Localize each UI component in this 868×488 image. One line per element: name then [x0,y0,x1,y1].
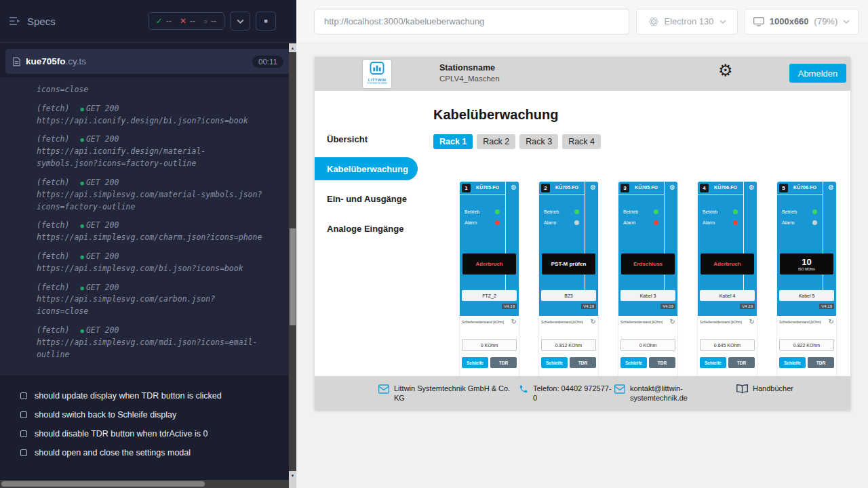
fetch-log-entry[interactable]: (fetch)●GET 200 https://api.simplesvg.co… [37,282,262,318]
schleife-button[interactable]: Schleife [462,357,488,368]
chevron-down-icon [719,20,726,24]
fetch-log-entry[interactable]: (fetch)●GET 200 https://api.simplesvg.co… [37,325,262,361]
rack-tab[interactable]: Rack 2 [477,134,515,149]
firmware-version: V4.19 [581,304,596,309]
sidebar-nav-item[interactable]: Ein- und Ausgänge [315,187,420,210]
refresh-icon[interactable]: ↻ [591,319,596,325]
device-settings-gear-icon[interactable]: ⚙ [749,183,755,192]
zoom-level-label: (79%) [814,16,838,26]
rack-tab[interactable]: Rack 1 [433,134,473,149]
measurement-panel: Schleifenwiderstand [kOhm] ↻ 0.645 KOhm … [698,316,757,376]
schleife-button[interactable]: Schleife [700,357,726,368]
cable-name-field[interactable]: Kabel 3 [620,290,675,301]
request-url: https://api.iconify.design/bi.json?icons… [37,115,262,127]
fetch-log-entry[interactable]: (fetch)●GET 200 https://api.simplesvg.co… [37,177,262,213]
cable-name-field[interactable]: Kabel 5 [779,290,834,301]
cypress-reporter-panel: Specs ✓-- ✕-- ○-- ■ kue705fo.cy.ts 00:11… [0,0,296,488]
tdr-button[interactable]: TDR [649,357,675,368]
fetch-log-entry[interactable]: (fetch)●GET 200 https://api.iconify.desi… [37,134,262,169]
device-model-label: KÜ705-FO [471,185,505,190]
device-settings-gear-icon[interactable]: ⚙ [590,183,596,192]
scrollbar-thumb[interactable] [290,228,296,325]
test-state-icon [20,411,27,418]
request-url: https://api.simplesvg.com/mdi.json?icons… [37,337,262,361]
test-title: should disable TDR button when tdrActive… [35,429,208,439]
fetch-log-entry[interactable]: (fetch)●GET 200 https://api.iconify.desi… [37,103,262,127]
measure-value: 0 KOhm [620,339,675,351]
refresh-icon[interactable]: ↻ [749,319,755,325]
test-row[interactable]: should disable TDR button when tdrActive… [20,424,285,443]
device-cards-row: 1 KÜ705-FO ⚙ Betrieb Alarm [460,182,850,376]
cable-name-field[interactable]: B23 [541,290,596,301]
alarm-label: Alarm [703,220,715,225]
betrieb-label: Betrieb [623,209,638,214]
tdr-button[interactable]: TDR [728,357,755,368]
sidebar-nav-item[interactable]: Kabelüberwachung [315,157,418,180]
device-card: 5 KÜ706-FO ⚙ Betrieb Alarm [777,182,836,376]
scrollbar-thumb[interactable] [1,481,205,487]
horizontal-scrollbar[interactable] [0,480,289,488]
cable-name-field[interactable]: FTZ_2 [462,290,517,301]
sidebar-nav-item[interactable]: Analoge Eingänge [315,217,420,240]
firmware-version: V4.19 [740,304,755,309]
spec-file-row[interactable]: kue705fo.cy.ts 00:11 [5,49,291,74]
status-display: PST-M prüfen [542,253,595,274]
request-url: https://api.iconify.design/material-symb… [37,146,262,170]
status-dot-icon: ● [80,327,83,334]
scroll-down-arrow[interactable]: ▼ [289,471,296,480]
status-display: Erdschluss [621,253,675,274]
nav-item-label: Ein- und Ausgänge [327,194,407,204]
http-status: GET 200 [86,104,119,113]
settings-gear-icon[interactable]: ⚙ [718,62,733,79]
alarm-label: Alarm [623,220,635,225]
footer-manuals-link[interactable]: Handbücher [736,384,793,394]
cable-name-field[interactable]: Kabel 4 [700,290,755,301]
stat-passed: ✓-- [156,16,172,26]
schleife-button[interactable]: Schleife [779,357,806,368]
refresh-icon[interactable]: ↻ [511,319,517,325]
mail-icon [378,384,389,394]
refresh-icon[interactable]: ↻ [670,319,675,325]
device-card: 2 KÜ705-FO ⚙ Betrieb Alarm [539,182,598,376]
test-row[interactable]: should switch back to Schleife display [20,405,285,424]
status-dot-icon: ● [80,285,83,291]
stop-run-button[interactable]: ■ [256,12,276,30]
device-settings-gear-icon[interactable]: ⚙ [828,183,834,192]
url-input[interactable] [314,9,629,35]
http-status: GET 200 [86,251,119,261]
specs-menu-button[interactable]: Specs [9,16,56,27]
sidebar-nav-item[interactable]: Übersicht [315,127,420,150]
schleife-button[interactable]: Schleife [620,357,647,368]
fetch-tag: (fetch) [37,178,69,187]
browser-engine-select[interactable]: Electron 130 [636,9,738,35]
rack-tab[interactable]: Rack 3 [519,134,558,149]
tdr-button[interactable]: TDR [570,357,596,368]
tdr-button[interactable]: TDR [808,357,834,368]
tdr-button[interactable]: TDR [490,357,517,368]
logout-button[interactable]: Abmelden [789,64,846,83]
collapse-button[interactable] [230,12,250,30]
device-number-badge: 5 [779,184,788,192]
viewport-size-select[interactable]: 1000x660 (79%) [745,9,859,35]
engine-label: Electron 130 [665,16,714,26]
device-model-label: KÜ705-FO [629,185,663,190]
device-settings-gear-icon[interactable]: ⚙ [669,183,675,192]
fetch-log-entry[interactable]: (fetch)●GET 200 https://api.simplesvg.co… [37,251,262,275]
test-row[interactable]: should update display when TDR button is… [20,386,285,405]
nav-item-label: Analoge Eingänge [327,224,403,234]
test-row[interactable]: should open and close the settings modal [20,443,285,462]
log-fragment[interactable]: icons=close [37,84,262,96]
device-settings-gear-icon[interactable]: ⚙ [511,183,517,192]
app-under-test: LITTWIN SYSTEMTECHNIK Stationsname CPLV4… [315,57,850,410]
fetch-tag: (fetch) [37,325,69,335]
fetch-log-entry[interactable]: (fetch)●GET 200 https://api.simplesvg.co… [37,220,262,244]
refresh-icon[interactable]: ↻ [829,319,834,325]
measure-value: 0 KOhm [462,339,517,351]
device-number-badge: 1 [462,184,471,192]
divider [585,182,585,291]
rack-tab[interactable]: Rack 4 [562,134,601,149]
alarm-label: Alarm [465,220,477,225]
vertical-scrollbar[interactable]: ▲ ▼ [289,43,296,480]
schleife-button[interactable]: Schleife [541,357,568,368]
scroll-up-arrow[interactable]: ▲ [289,43,296,52]
